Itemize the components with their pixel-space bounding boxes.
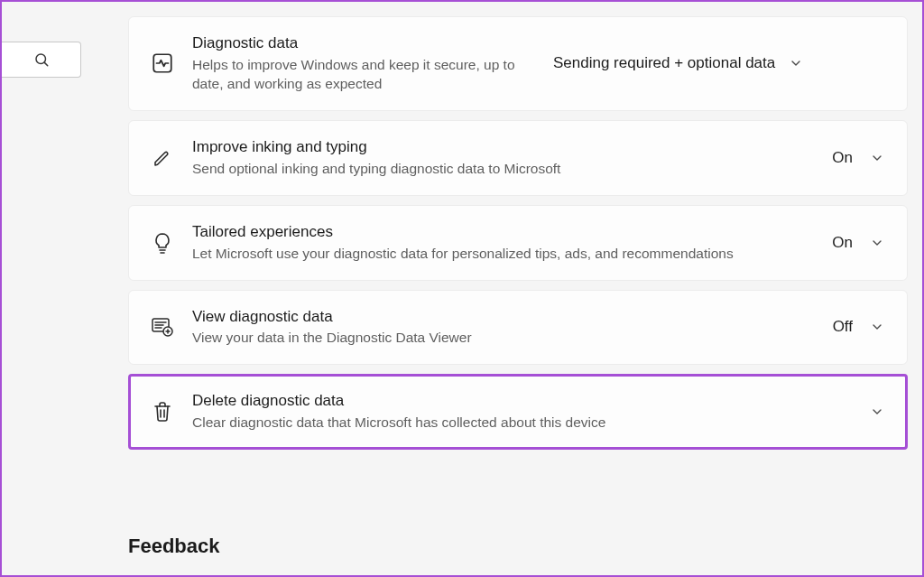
setting-delete-diagnostic-data[interactable]: Delete diagnostic data Clear diagnostic … (128, 374, 908, 450)
card-status: On (832, 149, 853, 167)
card-text: Delete diagnostic data Clear diagnostic … (192, 391, 869, 433)
chevron-down-icon (788, 56, 804, 70)
search-icon (33, 51, 50, 68)
card-text: Improve inking and typing Send optional … (192, 137, 832, 179)
trash-icon (142, 400, 183, 423)
chevron-down-icon (869, 405, 885, 419)
card-description: Clear diagnostic data that Microsoft has… (192, 414, 858, 433)
card-title: Diagnostic data (192, 33, 542, 54)
settings-list: Diagnostic data Helps to improve Windows… (128, 16, 908, 450)
search-box[interactable] (2, 42, 81, 78)
pen-icon (142, 147, 183, 169)
card-title: View diagnostic data (192, 307, 822, 328)
card-status: Off (833, 318, 853, 336)
card-text: Tailored experiences Let Microsoft use y… (192, 222, 832, 264)
card-text: View diagnostic data View your data in t… (192, 307, 833, 349)
chevron-down-icon (869, 151, 885, 165)
card-text: Diagnostic data Helps to improve Windows… (192, 33, 553, 94)
setting-improve-inking[interactable]: Improve inking and typing Send optional … (128, 120, 908, 196)
chevron-down-icon (869, 320, 885, 334)
card-status: On (832, 234, 853, 252)
data-viewer-icon (142, 316, 183, 338)
chevron-down-icon (869, 236, 885, 250)
svg-line-1 (44, 62, 48, 66)
card-status: Sending required + optional data (553, 54, 775, 72)
card-title: Improve inking and typing (192, 137, 821, 158)
setting-view-diagnostic-data[interactable]: View diagnostic data View your data in t… (128, 290, 908, 366)
card-description: View your data in the Diagnostic Data Vi… (192, 329, 822, 348)
card-description: Let Microsoft use your diagnostic data f… (192, 245, 821, 264)
lightbulb-icon (142, 231, 183, 255)
card-description: Helps to improve Windows and keep it sec… (192, 56, 542, 94)
section-heading-feedback: Feedback (128, 535, 220, 558)
card-description: Send optional inking and typing diagnost… (192, 160, 821, 179)
card-title: Delete diagnostic data (192, 391, 858, 412)
setting-diagnostic-data[interactable]: Diagnostic data Helps to improve Windows… (128, 16, 908, 111)
card-title: Tailored experiences (192, 222, 821, 243)
setting-tailored-experiences[interactable]: Tailored experiences Let Microsoft use y… (128, 205, 908, 281)
heartbeat-icon (142, 51, 183, 75)
